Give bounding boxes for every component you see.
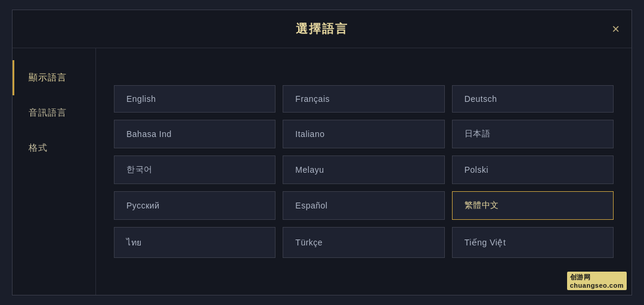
lang-btn-polski[interactable]: Polski — [452, 155, 614, 184]
lang-btn-thai[interactable]: ไทย — [114, 227, 275, 258]
lang-btn-espanol[interactable]: Español — [283, 191, 444, 220]
language-grid: EnglishFrançaisDeutschBahasa IndItaliano… — [114, 85, 614, 258]
lang-btn-russian[interactable]: Русский — [114, 191, 275, 220]
lang-btn-deutsch[interactable]: Deutsch — [452, 85, 614, 113]
sidebar-item-format[interactable]: 格式 — [13, 130, 95, 166]
lang-btn-vietnamese[interactable]: Tiếng Việt — [452, 227, 614, 258]
sidebar: 顯示語言音訊語言格式 — [13, 48, 96, 295]
lang-btn-turkce[interactable]: Türkçe — [283, 227, 444, 258]
lang-btn-francais[interactable]: Français — [283, 85, 444, 113]
lang-btn-melayu[interactable]: Melayu — [283, 155, 444, 184]
lang-btn-korean[interactable]: 한국어 — [114, 155, 275, 184]
language-content: EnglishFrançaisDeutschBahasa IndItaliano… — [96, 48, 631, 295]
language-modal: 選擇語言 × 顯示語言音訊語言格式 EnglishFrançaisDeutsch… — [12, 10, 632, 295]
sidebar-item-display-lang[interactable]: 顯示語言 — [13, 60, 95, 95]
lang-btn-italiano[interactable]: Italiano — [283, 120, 444, 148]
lang-btn-trad-chinese[interactable]: 繁體中文 — [452, 191, 614, 220]
lang-btn-japanese[interactable]: 日本語 — [452, 120, 614, 148]
modal-title: 選擇語言 — [296, 21, 348, 37]
modal-header: 選擇語言 × — [13, 10, 631, 48]
watermark: 创游网chuangseo.com — [567, 272, 627, 290]
close-button[interactable]: × — [612, 23, 620, 36]
lang-btn-bahasa[interactable]: Bahasa Ind — [114, 120, 275, 148]
lang-btn-english[interactable]: English — [114, 85, 275, 113]
sidebar-item-audio-lang[interactable]: 音訊語言 — [13, 95, 95, 130]
modal-body: 顯示語言音訊語言格式 EnglishFrançaisDeutschBahasa … — [13, 48, 631, 295]
